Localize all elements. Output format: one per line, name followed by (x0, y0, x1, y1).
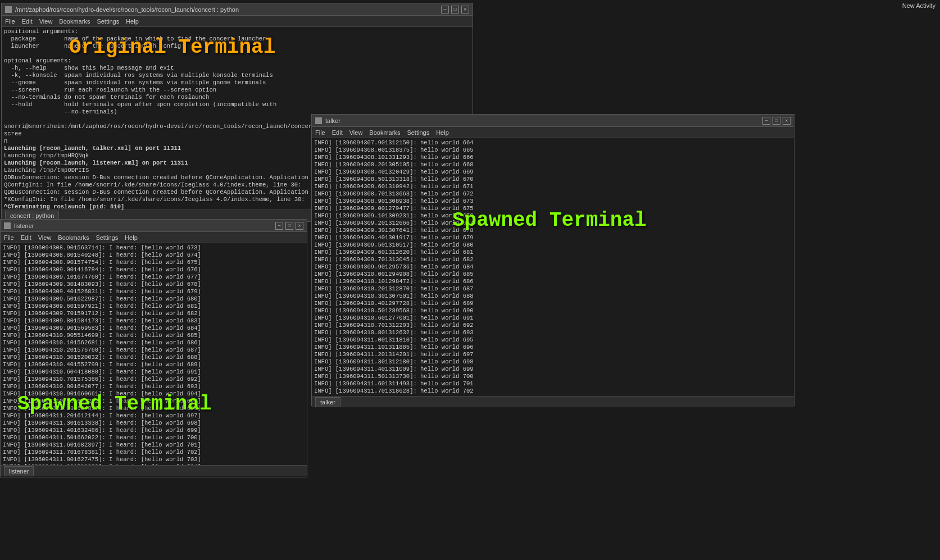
listener-terminal-icon (4, 222, 11, 229)
list-item: INFO] [1396094308.901574754]: I heard: [… (3, 259, 305, 266)
list-item: INFO] [1396094310.604418080]: I heard: [… (3, 368, 305, 376)
list-item: INFO] [1396094311.601311493]: hello worl… (314, 380, 792, 388)
listener-menu-view[interactable]: View (38, 234, 52, 241)
list-item: INFO] [1396094309.001416784]: I heard: [… (3, 266, 305, 274)
listener-maximize-button[interactable]: □ (285, 222, 293, 230)
listener-menu-help[interactable]: Help (125, 234, 138, 241)
listener-terminal-footer: listener (1, 465, 307, 476)
talker-terminal-content: INFO] [1396094307.901312150]: hello worl… (312, 138, 794, 394)
listener-terminal-content: INFO] [1396094308.901563714]: I heard: [… (1, 243, 307, 465)
talker-close-button[interactable]: ✕ (783, 117, 791, 125)
listener-terminal-titlebar[interactable]: listener ─ □ ✕ (1, 220, 307, 232)
listener-minimize-button[interactable]: ─ (275, 222, 283, 230)
maximize-button[interactable]: □ (451, 6, 459, 13)
list-item: INFO] [1396094310.501289568]: hello worl… (314, 307, 792, 315)
list-item: INFO] [1396094310.901660661]: I heard: [… (3, 390, 305, 398)
list-item: INFO] [1396094309.001279477]: hello worl… (314, 205, 792, 212)
list-item: INFO] [1396094310.001294908]: hello worl… (314, 271, 792, 278)
list-item: INFO] [1396094311.401632486]: I heard: [… (3, 427, 305, 434)
list-item: INFO] [1396094308.501313318]: hello worl… (314, 176, 792, 183)
listener-menu-edit[interactable]: Edit (21, 234, 31, 241)
listener-menu-bookmarks[interactable]: Bookmarks (58, 234, 89, 241)
list-item: INFO] [1396094309.301483093]: I heard: [… (3, 281, 305, 288)
original-terminal-titlebar[interactable]: /mnt/zaphod/ros/rocon/hydro-devel/src/ro… (2, 3, 473, 16)
list-item: INFO] [1396094311.701318628]: hello worl… (314, 388, 792, 394)
talker-menu-edit[interactable]: Edit (332, 129, 343, 136)
list-item: INFO] [1396094309.601597921]: I heard: [… (3, 303, 305, 310)
menu-help[interactable]: Help (126, 18, 139, 25)
list-item: INFO] [1396094308.701313663]: hello worl… (314, 190, 792, 198)
list-item: INFO] [1396094309.801584173]: I heard: [… (3, 317, 305, 325)
top-bar: New Activity (828, 0, 940, 11)
listener-terminal-tab[interactable]: listener (4, 466, 34, 476)
menu-file[interactable]: File (5, 18, 15, 25)
talker-maximize-button[interactable]: □ (773, 117, 780, 125)
list-item: INFO] [1396094311.101311885]: hello worl… (314, 344, 792, 351)
list-item: INFO] [1396094310.401552799]: I heard: [… (3, 361, 305, 368)
talker-terminal-menubar: File Edit View Bookmarks Settings Help (312, 127, 794, 138)
menu-settings[interactable]: Settings (97, 18, 119, 25)
list-item: INFO] [1396094309.901569583]: I heard: [… (3, 325, 305, 332)
talker-menu-help[interactable]: Help (436, 129, 449, 136)
list-item: INFO] [1396094308.801540248]: I heard: [… (3, 252, 305, 259)
list-item: INFO] [1396094311.101654037]: I heard: [… (3, 405, 305, 412)
list-item: INFO] [1396094309.101674760]: I heard: [… (3, 274, 305, 281)
list-item: INFO] [1396094308.901563714]: I heard: [… (3, 244, 305, 252)
list-item: INFO] [1396094309.201312666]: hello worl… (314, 220, 792, 227)
listener-terminal-lines: INFO] [1396094308.901563714]: I heard: [… (3, 244, 305, 465)
list-item: INFO] [1396094310.201576760]: I heard: [… (3, 347, 305, 354)
list-item: INFO] [1396094308.401320429]: hello worl… (314, 169, 792, 176)
list-item: INFO] [1396094310.401297728]: hello worl… (314, 300, 792, 307)
close-button[interactable]: ✕ (461, 6, 469, 13)
menu-bookmarks[interactable]: Bookmarks (59, 18, 90, 25)
talker-terminal-window: talker ─ □ ✕ File Edit View Bookmarks Se… (311, 114, 794, 406)
talker-minimize-button[interactable]: ─ (762, 117, 770, 125)
list-item: INFO] [1396094309.901295736]: hello worl… (314, 263, 792, 271)
terminal-icon (5, 6, 12, 13)
list-item: INFO] [1396094310.201312870]: hello worl… (314, 285, 792, 293)
talker-terminal-controls[interactable]: ─ □ ✕ (762, 117, 791, 125)
menu-edit[interactable]: Edit (22, 18, 33, 25)
talker-menu-view[interactable]: View (349, 129, 363, 136)
listener-close-button[interactable]: ✕ (296, 222, 303, 230)
new-activity-label: New Activity (902, 2, 936, 9)
list-item: INFO] [1396094311.701678381]: I heard: [… (3, 449, 305, 456)
list-item: INFO] [1396094310.101562681]: I heard: [… (3, 339, 305, 347)
listener-menu-settings[interactable]: Settings (96, 234, 118, 241)
list-item: INFO] [1396094310.301520032]: I heard: [… (3, 354, 305, 361)
listener-menu-file[interactable]: File (4, 234, 14, 241)
list-item: INFO] [1396094311.301613338]: I heard: [… (3, 420, 305, 427)
list-item: INFO] [1396094311.801627475]: I heard: [… (3, 456, 305, 463)
list-item: INFO] [1396094309.701313045]: hello worl… (314, 256, 792, 263)
list-item: INFO] [1396094308.101331293]: hello worl… (314, 154, 792, 161)
list-item: INFO] [1396094311.501313730]: hello worl… (314, 373, 792, 380)
talker-terminal-lines: INFO] [1396094307.901312150]: hello worl… (314, 139, 792, 394)
list-item: INFO] [1396094309.501622987]: I heard: [… (3, 295, 305, 303)
list-item: INFO] [1396094310.101298472]: hello worl… (314, 278, 792, 285)
talker-menu-file[interactable]: File (315, 129, 325, 136)
list-item: INFO] [1396094308.601310942]: hello worl… (314, 183, 792, 190)
talker-menu-settings[interactable]: Settings (407, 129, 429, 136)
list-item: INFO] [1396094310.901645232]: I heard: [… (3, 398, 305, 405)
listener-terminal-controls[interactable]: ─ □ ✕ (275, 222, 303, 230)
original-terminal-controls[interactable]: ─ □ ✕ (441, 6, 469, 13)
menu-view[interactable]: View (39, 18, 53, 25)
listener-terminal-title: listener (14, 222, 275, 229)
minimize-button[interactable]: ─ (441, 6, 449, 13)
list-item: INFO] [1396094310.801642077]: I heard: [… (3, 383, 305, 390)
list-item: INFO] [1396094310.005514699]: I heard: [… (3, 332, 305, 339)
talker-menu-bookmarks[interactable]: Bookmarks (369, 129, 400, 136)
list-item: INFO] [1396094311.301312180]: hello worl… (314, 358, 792, 366)
talker-terminal-titlebar[interactable]: talker ─ □ ✕ (312, 115, 794, 127)
talker-terminal-tab[interactable]: talker (315, 397, 340, 407)
list-item: INFO] [1396094309.501310517]: hello worl… (314, 242, 792, 249)
talker-terminal-footer: talker (312, 396, 794, 407)
list-item: INFO] [1396094311.201612144]: I heard: [… (3, 412, 305, 420)
list-item: INFO] [1396094308.201305105]: hello worl… (314, 161, 792, 169)
talker-terminal-title: talker (325, 117, 762, 124)
list-item: INFO] [1396094307.901312150]: hello worl… (314, 139, 792, 147)
list-item: INFO] [1396094311.401311009]: hello worl… (314, 366, 792, 373)
talker-terminal-icon (315, 117, 322, 124)
list-item: INFO] [1396094309.401526831]: I heard: [… (3, 288, 305, 295)
list-item: INFO] [1396094309.601312620]: hello worl… (314, 249, 792, 256)
